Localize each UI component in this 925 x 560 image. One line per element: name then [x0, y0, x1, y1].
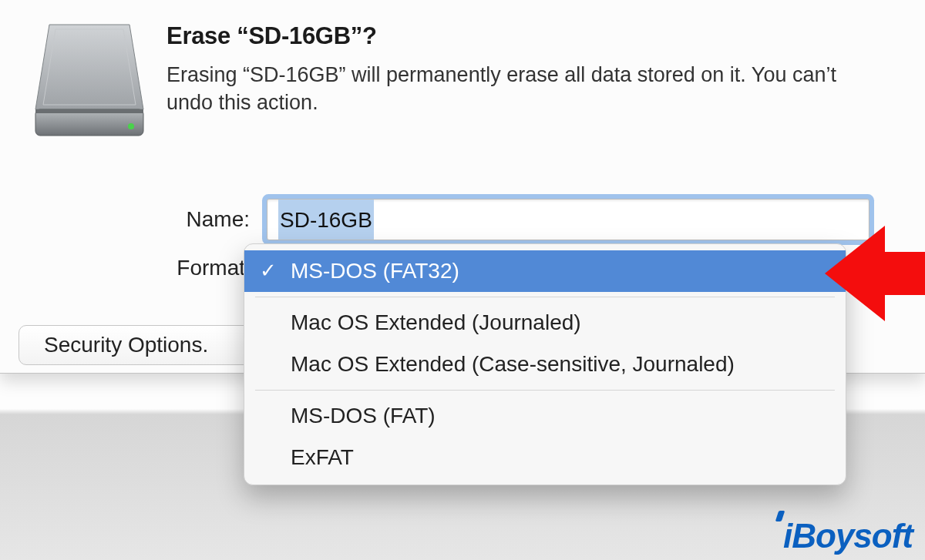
- dialog-subtitle: Erasing “SD-16GB” will permanently erase…: [166, 61, 883, 117]
- format-option-label: Mac OS Extended (Case-sensitive, Journal…: [291, 352, 735, 377]
- svg-marker-5: [825, 226, 925, 321]
- format-option-fat32[interactable]: ✓ MS-DOS (FAT32): [244, 250, 846, 292]
- brand-watermark: iBoysoft: [783, 517, 913, 555]
- security-options-button[interactable]: Security Options.: [18, 325, 265, 365]
- format-option-label: ExFAT: [291, 445, 354, 470]
- svg-rect-1: [35, 109, 143, 136]
- name-input[interactable]: SD-16GB: [267, 199, 870, 240]
- format-option-label: Mac OS Extended (Journaled): [291, 310, 581, 335]
- format-option-exfat[interactable]: ExFAT: [244, 437, 846, 478]
- name-input-value: SD-16GB: [278, 200, 374, 240]
- format-option-label: MS-DOS (FAT): [291, 404, 436, 428]
- format-dropdown[interactable]: ✓ MS-DOS (FAT32) Mac OS Extended (Journa…: [244, 243, 846, 485]
- checkmark-icon: ✓: [260, 259, 277, 283]
- format-option-macos-journaled[interactable]: Mac OS Extended (Journaled): [244, 302, 846, 344]
- svg-rect-2: [35, 109, 143, 113]
- dropdown-divider: [255, 390, 835, 391]
- format-option-label: MS-DOS (FAT32): [291, 259, 459, 283]
- svg-point-3: [128, 123, 134, 129]
- name-label: Name:: [165, 207, 250, 232]
- dialog-title: Erase “SD-16GB”?: [166, 22, 883, 50]
- format-option-fat[interactable]: MS-DOS (FAT): [244, 395, 846, 437]
- external-drive-icon: [32, 18, 146, 140]
- brand-text: iBoysoft: [783, 517, 913, 555]
- format-option-macos-case-sensitive[interactable]: Mac OS Extended (Case-sensitive, Journal…: [244, 344, 846, 385]
- pointer-arrow-icon: [825, 220, 925, 327]
- dropdown-divider: [255, 297, 835, 297]
- svg-marker-0: [35, 25, 143, 109]
- security-options-label: Security Options.: [44, 333, 208, 357]
- format-label: Format: [165, 256, 245, 280]
